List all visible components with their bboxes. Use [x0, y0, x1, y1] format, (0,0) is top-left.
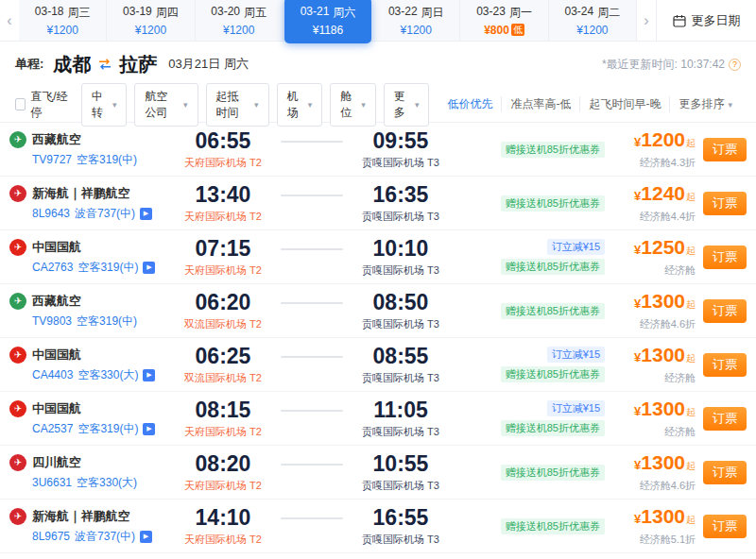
filter-dropdown[interactable]: 航空公司 ▾	[134, 83, 198, 127]
flight-number: 3U6631	[32, 476, 72, 489]
flight-row[interactable]: ✈ 中国国航 CA4403 空客330(大) ▶ 06:25 双流国际机场 T2…	[0, 338, 756, 392]
filter-dropdown[interactable]: 起抵时间 ▾	[206, 83, 269, 127]
departure-airport: 双流国际机场 T2	[170, 371, 276, 385]
aircraft-type-link[interactable]: 空客319(中)	[77, 313, 137, 330]
book-button[interactable]: 订票	[703, 353, 747, 377]
date-tab[interactable]: 03-23周一 ¥800 低	[460, 0, 548, 41]
book-button[interactable]: 订票	[703, 138, 747, 161]
airline-name: 新海航｜祥鹏航空	[32, 185, 130, 202]
book-button[interactable]: 订票	[703, 299, 747, 323]
promo-tags: 赠接送机85折优惠券	[454, 465, 616, 481]
flight-number: TV9727	[32, 153, 72, 166]
direct-flight-filter[interactable]: 直飞/经停	[15, 89, 72, 121]
arrival-block: 08:50 贡嘎国际机场 T3	[348, 290, 454, 331]
play-icon[interactable]: ▶	[143, 262, 155, 274]
airline-info: ✈ 新海航｜祥鹏航空 8L9643 波音737(中) ▶	[9, 185, 170, 222]
airline-logo-icon: ✈	[9, 239, 26, 256]
sort-option[interactable]: 准点率高-低 ▾	[501, 96, 579, 112]
arrival-block: 10:55 贡嘎国际机场 T3	[348, 451, 454, 493]
aircraft-type-link[interactable]: 空客319(中)	[77, 421, 138, 437]
book-button[interactable]: 订票	[703, 246, 747, 269]
departure-time: 06:55	[170, 128, 276, 154]
filter-dropdown-label: 航空公司	[145, 89, 178, 121]
aircraft-type-link[interactable]: 波音737(中)	[75, 529, 135, 545]
flight-row[interactable]: ✈ 中国国航 CA2763 空客319(中) ▶ 07:15 天府国际机场 T2…	[0, 230, 756, 284]
departure-block: 08:15 天府国际机场 T2	[170, 398, 276, 439]
cabin-info: 经济舱4.4折	[640, 210, 696, 224]
aircraft-type-link[interactable]: 空客319(中)	[77, 152, 137, 168]
flight-number: TV9803	[32, 314, 72, 328]
flight-row[interactable]: ✈ 西藏航空 TV9727 空客319(中) ▶ 06:55 天府国际机场 T2…	[0, 123, 756, 177]
filter-dropdown[interactable]: 更多 ▾	[384, 83, 430, 127]
flight-row[interactable]: ✈ 四川航空 3U6631 空客330(大) ▶ 08:20 天府国际机场 T2…	[0, 446, 756, 500]
prev-dates-arrow[interactable]: ‹	[0, 0, 19, 41]
book-button[interactable]: 订票	[703, 461, 747, 484]
date-price: ¥1200	[135, 24, 166, 37]
book-button[interactable]: 订票	[703, 515, 747, 538]
book-button[interactable]: 订票	[703, 192, 747, 215]
aircraft-type-link[interactable]: 空客319(中)	[77, 260, 138, 276]
filter-dropdown[interactable]: 机场 ▾	[277, 83, 323, 127]
flight-row[interactable]: ✈ 新海航｜祥鹏航空 8L9675 波音737(中) ▶ 14:10 天府国际机…	[0, 500, 756, 553]
swap-route-icon[interactable]	[97, 58, 112, 71]
sort-option[interactable]: 更多排序 ▾	[669, 96, 741, 112]
next-dates-arrow[interactable]: ›	[637, 0, 656, 41]
arrival-time: 11:05	[348, 398, 454, 423]
aircraft-type-link[interactable]: 波音737(中)	[75, 206, 135, 222]
sort-option[interactable]: 起飞时间早-晚 ▾	[579, 96, 669, 112]
date-tab[interactable]: 03-22周日 ¥1200	[372, 0, 460, 41]
flight-duration-line	[276, 195, 348, 212]
filter-dropdown-label: 舱位	[340, 89, 355, 121]
date-tab[interactable]: 03-21周六 ¥1186	[284, 0, 371, 43]
filter-bar: 直飞/经停 中转 ▾ 航空公司 ▾ 起抵时间 ▾ 机场 ▾ 舱位 ▾ 更多 ▾ …	[0, 87, 756, 123]
filter-dropdown[interactable]: 舱位 ▾	[330, 83, 376, 127]
date-tab[interactable]: 03-24周二 ¥1200	[549, 0, 637, 41]
airline-info: ✈ 西藏航空 TV9727 空客319(中) ▶	[9, 131, 170, 168]
flight-duration-line	[276, 141, 348, 158]
date-label: 03-24周二	[564, 5, 620, 21]
date-tab[interactable]: 03-19周四 ¥1200	[107, 0, 195, 41]
flight-number: CA2537	[32, 422, 73, 435]
play-icon[interactable]: ▶	[140, 208, 152, 220]
airline-name: 四川航空	[32, 454, 81, 471]
sort-option[interactable]: 低价优先 ▾	[438, 96, 501, 112]
date-label: 03-18周三	[35, 5, 91, 21]
date-price: ¥1200	[223, 24, 254, 37]
aircraft-type-link[interactable]: 空客330(大)	[77, 475, 137, 491]
airline-name: 西藏航空	[32, 131, 81, 148]
info-icon[interactable]: ?	[729, 59, 741, 71]
play-icon[interactable]: ▶	[143, 369, 155, 381]
sort-option-label: 起飞时间早-晚	[589, 96, 661, 112]
play-icon[interactable]: ▶	[143, 423, 155, 435]
filter-dropdown[interactable]: 中转 ▾	[81, 83, 128, 127]
promo-tags: 订立减¥15 赠接送机85折优惠券	[454, 400, 616, 436]
coupon-tag: 赠接送机85折优惠券	[501, 195, 605, 212]
flight-row[interactable]: ✈ 新海航｜祥鹏航空 8L9643 波音737(中) ▶ 13:40 天府国际机…	[0, 177, 756, 230]
price-block: ¥1200起 经济舱4.3折	[616, 129, 696, 170]
departure-airport: 天府国际机场 T2	[170, 263, 276, 278]
airline-logo-icon: ✈	[9, 185, 26, 202]
coupon-tag: 赠接送机85折优惠券	[501, 303, 605, 319]
chevron-down-icon: ▾	[254, 100, 259, 110]
date-tab[interactable]: 03-20周五 ¥1200	[196, 0, 284, 41]
flight-duration-line	[276, 302, 348, 319]
flight-row[interactable]: ✈ 西藏航空 TV9803 空客319(中) ▶ 06:20 双流国际机场 T2…	[0, 284, 756, 338]
price: ¥1300起	[634, 291, 696, 315]
more-dates-button[interactable]: 更多日期	[656, 0, 756, 41]
flight-row[interactable]: ✈ 中国国航 CA2537 空客319(中) ▶ 08:15 天府国际机场 T2…	[0, 392, 756, 446]
flight-duration-line	[276, 464, 348, 481]
aircraft-type-link[interactable]: 空客330(大)	[77, 367, 138, 383]
date-tab[interactable]: 03-18周三 ¥1200	[19, 0, 107, 41]
flight-number: CA2763	[32, 261, 73, 274]
departure-block: 06:20 双流国际机场 T2	[170, 290, 276, 331]
checkbox-icon[interactable]	[15, 98, 26, 110]
coupon-tag: 赠接送机85折优惠券	[501, 366, 605, 382]
airline-info: ✈ 新海航｜祥鹏航空 8L9675 波音737(中) ▶	[9, 508, 170, 545]
arrival-airport: 贡嘎国际机场 T3	[348, 479, 454, 493]
sort-option-label: 低价优先	[447, 96, 492, 112]
play-icon[interactable]: ▶	[140, 531, 152, 543]
cabin-info: 经济舱4.6折	[640, 317, 696, 331]
airline-logo-icon: ✈	[9, 293, 26, 310]
arrival-time: 16:35	[348, 182, 454, 208]
book-button[interactable]: 订票	[703, 407, 747, 431]
